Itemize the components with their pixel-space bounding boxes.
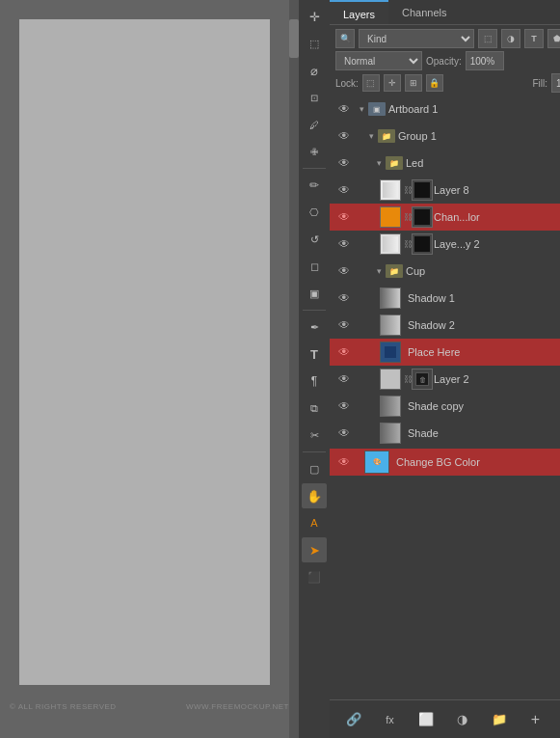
add-layer-btn[interactable]: + [524,709,546,730]
lock-artboard-btn[interactable]: ⊞ [405,74,422,92]
panel-bottom: 🔗 fx ⬜ ◑ 📁 + 🗑 [330,699,560,738]
canvas-tool[interactable]: ⬛ [302,564,327,589]
eye-artboard1[interactable]: 👁 [333,96,355,123]
lock-pixel-btn[interactable]: ⬚ [362,74,380,92]
expand-artboard1[interactable]: ▾ [355,102,368,116]
pixel-icon[interactable]: ⬚ [478,29,497,48]
eye-placehere[interactable]: 👁 [333,339,355,366]
eye-led[interactable]: 👁 [333,150,355,177]
layer-row-layer2a[interactable]: 👁 ⛓ Laye...y 2 [330,231,560,258]
canvas-area: © ALL RIGHTS RESERVED WWW.FREEMOCKUP.NET [0,0,299,738]
fill-label: Fill: [532,78,547,89]
mask-chanllor [412,206,433,228]
thumb-layer2b [380,369,401,390]
layer-row-cup[interactable]: 👁 ▾ 📁 Cup [330,258,560,285]
para-tool[interactable]: ¶ [302,369,327,394]
layer-row-artboard1[interactable]: 👁 ▾ ▣ Artboard 1 [330,96,560,123]
thumb-shadecopy [380,396,401,417]
frame-tool[interactable]: ▢ [302,456,327,481]
folder-icon-led: 📁 [386,156,403,170]
layer-name-led: Led [406,157,560,169]
arrow-tool[interactable]: ➤ [302,537,327,562]
layer-row-led[interactable]: 👁 ▾ 📁 Led [330,150,560,177]
select-tool[interactable]: ⬚ [302,31,327,56]
heal-tool[interactable]: ✙ [302,139,327,164]
blend-select[interactable]: Normal [335,51,422,70]
lock-label: Lock: [335,78,359,89]
layer-name-artboard1: Artboard 1 [388,103,560,115]
eye-shadow1[interactable]: 👁 [333,285,355,312]
kind-row: 🔍 Kind ⬚ ◑ T ⬟ ⧉ [335,29,560,48]
eye-shadecopy[interactable]: 👁 [333,393,355,420]
lock-move-btn[interactable]: ✛ [384,74,401,92]
scroll-thumb[interactable] [289,19,299,58]
mask-link-layer8: ⛓ [404,185,412,195]
layer-name-changebg: Change BG Color [396,456,560,468]
eye-changebg[interactable]: 👁 [333,449,355,476]
eyedropper-tool[interactable]: 🖊 [302,112,327,137]
layer-controls: 🔍 Kind ⬚ ◑ T ⬟ ⧉ Normal Opacity: Lock: ⬚… [330,25,560,96]
crop-tool[interactable]: ⊡ [302,85,327,110]
expand-cup[interactable]: ▾ [372,264,386,278]
layer-row-group1[interactable]: 👁 ▾ 📁 Group 1 [330,123,560,150]
type-tool[interactable]: T [302,342,327,367]
eye-shade[interactable]: 👁 [333,420,355,447]
lock-all-btn[interactable]: 🔒 [426,74,443,92]
panel-tabs: Layers Channels [330,0,560,25]
scissors-tool[interactable]: ✂ [302,423,327,448]
tab-layers[interactable]: Layers [330,0,388,24]
add-style-btn[interactable]: fx [380,709,401,730]
layer-row-placehere[interactable]: 👁 Place Here [330,339,560,366]
link-layers-btn[interactable]: 🔗 [343,709,364,730]
thumb-layer2a [380,233,401,255]
layer-row-shadecopy[interactable]: 👁 Shade copy [330,393,560,420]
move-tool[interactable]: ✛ [302,4,327,29]
pen-tool[interactable]: ✒ [302,314,327,340]
eye-layer8[interactable]: 👁 [333,177,355,204]
layer-row-layer8[interactable]: 👁 ⛓ Layer 8 [330,177,560,204]
layer-row-shade[interactable]: 👁 Shade [330,420,560,447]
vertical-scrollbar[interactable] [289,0,299,738]
blend-row: Normal Opacity: [335,51,560,70]
shape-icon[interactable]: ⬟ [547,29,560,48]
layer-row-chanllor[interactable]: 👁 ⛓ Chan...lor [330,204,560,231]
eye-shadow2[interactable]: 👁 [333,312,355,339]
lasso-tool[interactable]: ⌀ [302,58,327,83]
eye-layer2a[interactable]: 👁 [333,231,355,258]
layer-row-layer2b[interactable]: 👁 ⛓ 🗑 Layer 2 [330,366,560,393]
tab-channels[interactable]: Channels [388,0,460,24]
layer-row-changebg[interactable]: 👁 🎨 Change BG Color [330,449,560,476]
fill-input[interactable] [551,73,560,93]
expand-led[interactable]: ▾ [372,156,386,170]
layer-name-layer8: Layer 8 [434,184,560,196]
layer-name-cup: Cup [406,265,560,277]
opacity-input[interactable] [466,51,504,70]
tools-panel: ✛ ⬚ ⌀ ⊡ 🖊 ✙ ✏ ⎔ ↺ ◻ ▣ ✒ T ¶ ⧉ ✂ ▢ ✋ A ➤ … [299,0,330,738]
hand-tool[interactable]: ✋ [302,483,327,508]
eye-cup[interactable]: 👁 [333,258,355,285]
eye-chanllor[interactable]: 👁 [333,204,355,231]
text-icon[interactable]: T [524,29,544,48]
adj-icon[interactable]: ◑ [501,29,520,48]
add-group-btn[interactable]: 📁 [489,709,510,730]
history-tool[interactable]: ↺ [302,227,327,252]
zoom-tool[interactable]: A [302,510,327,535]
layer-name-layer2a: Laye...y 2 [434,238,560,250]
layers-panel: Layers Channels 🔍 Kind ⬚ ◑ T ⬟ ⧉ Normal … [330,0,560,738]
transform-tool[interactable]: ⧉ [302,396,327,421]
kind-select[interactable]: Kind [359,29,474,48]
stamp-tool[interactable]: ⎔ [302,200,327,225]
eye-layer2b[interactable]: 👁 [333,366,355,393]
add-adjustment-btn[interactable]: ◑ [452,709,473,730]
expand-group1[interactable]: ▾ [364,129,378,143]
watermark-left: © ALL RIGHTS RESERVED [10,702,117,711]
watermark-right: WWW.FREEMOCKUP.NET [186,702,289,711]
gradient-tool[interactable]: ▣ [302,281,327,306]
layer-row-shadow1[interactable]: 👁 Shadow 1 [330,285,560,312]
layer-row-shadow2[interactable]: 👁 Shadow 2 [330,312,560,339]
add-mask-btn[interactable]: ⬜ [415,709,437,730]
layer-name-shadow1: Shadow 1 [408,292,560,304]
brush-tool[interactable]: ✏ [302,173,327,198]
eye-group1[interactable]: 👁 [333,123,355,150]
eraser-tool[interactable]: ◻ [302,254,327,279]
